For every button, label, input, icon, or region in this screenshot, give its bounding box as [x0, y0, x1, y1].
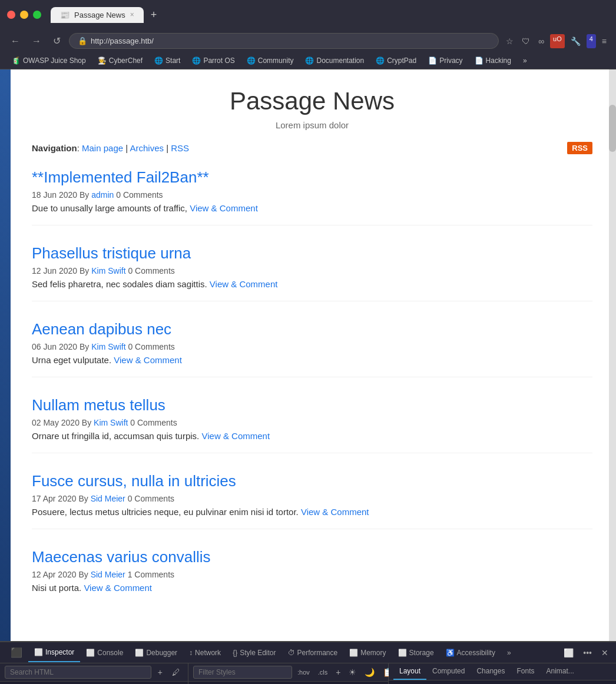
url-text[interactable]: http://passage.htb/: [91, 36, 154, 45]
layout-tab-computed[interactable]: Computed: [426, 663, 471, 680]
bookmark-cryptpad[interactable]: 🌐CryptPad: [371, 55, 421, 67]
article-5: Maecenas varius convallis 12 Apr 2020 By…: [32, 548, 592, 605]
forward-button[interactable]: →: [28, 34, 45, 49]
article-author-0[interactable]: admin: [91, 190, 114, 200]
bookmark-hacking[interactable]: 📄Hacking: [470, 55, 516, 67]
devtools-close-button[interactable]: ✕: [598, 646, 611, 659]
article-title-0[interactable]: **Implemented Fail2Ban**: [32, 168, 592, 187]
article-title-5[interactable]: Maecenas varius convallis: [32, 548, 592, 566]
back-button[interactable]: ←: [7, 34, 24, 49]
menu-icon[interactable]: ≡: [600, 34, 609, 48]
article-author-5[interactable]: Sid Meier: [91, 570, 125, 579]
devtools-options-button[interactable]: •••: [580, 646, 595, 659]
article-date-3: 02 May 2020: [32, 418, 80, 427]
site-subtitle: Lorem ipsum dolor: [32, 120, 592, 130]
html-content: <html> event ▼ <head> <title>Passage New…: [0, 682, 188, 684]
scrollbar[interactable]: [609, 69, 616, 641]
article-title-2[interactable]: Aenean dapibus nec: [32, 320, 592, 338]
css-filter-input[interactable]: [193, 666, 292, 679]
page-scroll-area[interactable]: Passage News Lorem ipsum dolor Navigatio…: [8, 69, 616, 641]
close-window-button[interactable]: [7, 11, 15, 19]
article-title-4[interactable]: Fusce cursus, nulla in ultricies: [32, 472, 592, 490]
bookmark-privacy[interactable]: 📄Privacy: [423, 55, 467, 67]
maximize-window-button[interactable]: [33, 11, 41, 19]
bookmarks-overflow[interactable]: »: [518, 55, 532, 67]
bookmark-community[interactable]: 🌐Community: [242, 55, 299, 67]
article-comments-2: 0 Comments: [128, 342, 174, 351]
article-author-3[interactable]: Kim Swift: [94, 418, 128, 427]
article-link-5[interactable]: View & Comment: [84, 583, 152, 593]
article-date-1: 12 Jun 2020: [32, 266, 77, 275]
article-author-2[interactable]: Kim Swift: [91, 342, 125, 351]
nav-main-link[interactable]: Main page: [82, 143, 123, 153]
article-author-4[interactable]: Sid Meier: [91, 494, 125, 503]
tab-close-button[interactable]: ×: [130, 11, 134, 19]
bookmark-owasp[interactable]: 🧃OWASP Juice Shop: [7, 55, 91, 67]
devtools-tab-accessibility[interactable]: ♿ Accessibility: [440, 644, 501, 662]
shield-icon[interactable]: 🛡: [519, 34, 532, 48]
css-light-toggle[interactable]: ☀: [346, 666, 359, 679]
devtools-tabs-overflow[interactable]: »: [501, 644, 517, 662]
bookmark-parrotos[interactable]: 🌐Parrot OS: [187, 55, 239, 67]
layout-tab-fonts[interactable]: Fonts: [511, 663, 540, 680]
nav-rss-link[interactable]: RSS: [171, 143, 189, 153]
lock-icon: 🔒: [78, 36, 87, 45]
minimize-window-button[interactable]: [20, 11, 28, 19]
devtools-tab-storage[interactable]: ⬜ Storage: [392, 644, 440, 662]
layout-tab-changes[interactable]: Changes: [471, 663, 511, 680]
article-date-2: 06 Jun 2020: [32, 342, 77, 351]
bookmark-icon[interactable]: ☆: [504, 34, 516, 48]
devtools-dock-button[interactable]: ⬜: [561, 646, 577, 659]
active-tab[interactable]: 📰 Passage News ×: [51, 7, 144, 23]
css-add-rule-button[interactable]: +: [333, 666, 343, 679]
devtools-tab-inspector[interactable]: ⬜ Inspector: [28, 643, 80, 662]
style-editor-label: Style Editor: [240, 649, 276, 657]
article-link-4[interactable]: View & Comment: [301, 507, 369, 517]
new-tab-button[interactable]: +: [146, 6, 162, 24]
devtools-tab-memory[interactable]: ⬜ Memory: [343, 644, 392, 662]
article-meta-4: 17 Apr 2020 By Sid Meier 0 Comments: [32, 494, 592, 503]
debugger-label: Debugger: [146, 649, 177, 657]
bookmark-cyberchef[interactable]: 👨‍🍳CyberChef: [93, 55, 147, 67]
article-meta-1: 12 Jun 2020 By Kim Swift 0 Comments: [32, 266, 592, 275]
nav-archives-link[interactable]: Archives: [130, 143, 164, 153]
window-controls: [7, 11, 41, 19]
css-dark-toggle[interactable]: 🌙: [362, 666, 377, 679]
devtools-tab-debugger[interactable]: ⬜ Debugger: [129, 644, 183, 662]
console-icon: ⬜: [86, 649, 95, 657]
css-pseudo-hov[interactable]: :hov: [294, 667, 313, 678]
reload-button[interactable]: ↺: [49, 33, 64, 49]
article-link-1[interactable]: View & Comment: [210, 279, 278, 289]
bookmark-docs[interactable]: 🌐Documentation: [300, 55, 369, 67]
article-link-3[interactable]: View & Comment: [201, 431, 270, 441]
article-excerpt-1: Sed felis pharetra, nec sodales diam sag…: [32, 279, 592, 289]
devtools-tab-network[interactable]: ↕ Network: [183, 644, 227, 662]
devtools-tab-console[interactable]: ⬜ Console: [80, 644, 129, 662]
html-add-node-button[interactable]: +: [155, 666, 165, 679]
article-link-2[interactable]: View & Comment: [114, 355, 182, 365]
article-by-2: By: [80, 342, 91, 351]
layout-tab-layout[interactable]: Layout: [393, 663, 426, 680]
devtools-tab-style-editor[interactable]: {} Style Editor: [227, 644, 281, 662]
article-excerpt-0: Due to unusally large amounts of traffic…: [32, 203, 592, 213]
rss-badge[interactable]: RSS: [567, 142, 592, 154]
bookmarks-bar: 🧃OWASP Juice Shop 👨‍🍳CyberChef 🌐Start 🌐P…: [0, 52, 616, 69]
css-pseudo-cls[interactable]: .cls: [315, 667, 331, 678]
scrollbar-thumb[interactable]: [609, 105, 616, 152]
html-search-input[interactable]: [5, 666, 151, 679]
extensions-icon[interactable]: ∞: [536, 34, 547, 48]
wrench-icon[interactable]: 🔧: [568, 34, 583, 48]
profile-icon[interactable]: 4: [587, 34, 596, 48]
article-title-1[interactable]: Phasellus tristique urna: [32, 244, 592, 263]
layout-tab-animat[interactable]: Animat...: [540, 663, 579, 680]
devtools-pick-element[interactable]: ⬛: [5, 642, 28, 663]
bookmark-start[interactable]: 🌐Start: [150, 55, 185, 67]
article-title-3[interactable]: Nullam metus tellus: [32, 396, 592, 414]
addon-badge-icon[interactable]: uO: [550, 34, 565, 48]
network-icon: ↕: [189, 649, 193, 657]
html-pick-element-button[interactable]: 🖊: [169, 666, 183, 679]
article-author-1[interactable]: Kim Swift: [91, 266, 125, 275]
devtools-tab-performance[interactable]: ⏱ Performance: [282, 644, 344, 662]
address-bar[interactable]: 🔒 http://passage.htb/: [69, 33, 499, 49]
article-link-0[interactable]: View & Comment: [190, 203, 258, 213]
